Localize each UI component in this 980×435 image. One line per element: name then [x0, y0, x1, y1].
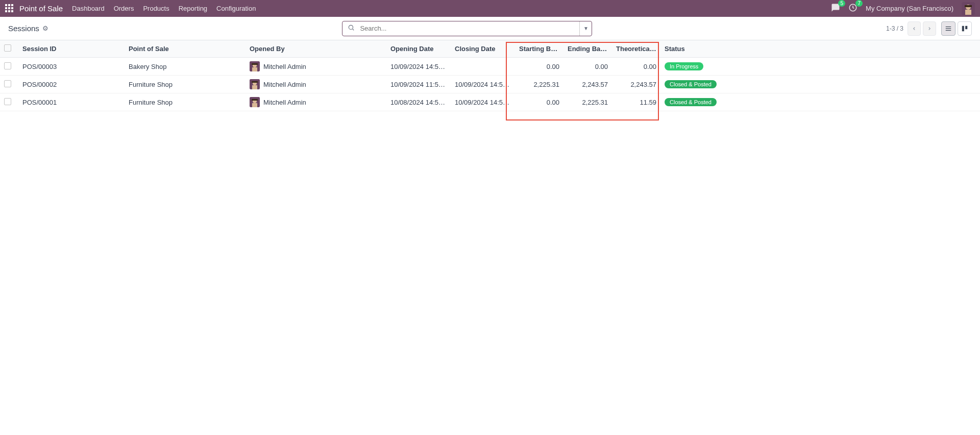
table-header-row: Session ID Point of Sale Opened By Openi… — [0, 40, 980, 58]
user-avatar-icon — [250, 79, 260, 89]
svg-rect-14 — [252, 63, 258, 65]
svg-rect-7 — [946, 28, 951, 29]
user-avatar-icon — [250, 97, 260, 107]
company-switcher[interactable]: My Company (San Francisco) — [866, 5, 953, 12]
cell-opening-date: 10/09/2024 11:52:29 — [386, 76, 451, 93]
col-pos[interactable]: Point of Sale — [125, 40, 246, 58]
cell-opening-date: 10/09/2024 14:53:21 — [386, 58, 451, 76]
cell-start-balance: 0.00 — [515, 93, 564, 111]
svg-rect-8 — [946, 30, 951, 30]
search-icon — [342, 24, 360, 33]
status-badge: In Progress — [665, 62, 703, 70]
status-badge: Closed & Posted — [665, 98, 717, 106]
cell-theoretical: 11.59 — [612, 93, 660, 111]
footer-start-bal: — — [515, 111, 564, 127]
table-row[interactable]: POS/00003Bakery ShopMitchell Admin10/09/… — [0, 58, 980, 76]
nav-configuration[interactable]: Configuration — [216, 5, 256, 12]
search-dropdown[interactable]: ▼ — [579, 21, 592, 36]
col-end-balance[interactable]: Ending Balance — [564, 40, 612, 58]
col-opening-date[interactable]: Opening Date — [386, 40, 451, 58]
cell-closing-date: 10/09/2024 14:52:26 — [451, 93, 515, 111]
breadcrumb-title: Sessions — [8, 24, 39, 33]
svg-rect-21 — [252, 103, 257, 107]
col-closing-date[interactable]: Closing Date — [451, 40, 515, 58]
cell-status: Closed & Posted — [660, 93, 980, 111]
activities-badge: 7 — [855, 0, 863, 7]
svg-rect-17 — [252, 85, 257, 89]
cell-opened-by: Mitchell Admin — [246, 93, 386, 111]
col-status[interactable]: Status — [660, 40, 980, 58]
svg-rect-18 — [252, 81, 258, 83]
col-session-id[interactable]: Session ID — [18, 40, 125, 58]
view-list-button[interactable] — [941, 21, 955, 36]
nav-orders[interactable]: Orders — [114, 5, 134, 12]
gear-icon[interactable]: ⚙ — [42, 25, 48, 32]
pager-prev[interactable] — [908, 21, 921, 36]
cell-end-balance: 2,225.31 — [564, 93, 612, 111]
pager-next[interactable] — [923, 21, 936, 36]
cell-pos: Bakery Shop — [125, 58, 246, 76]
svg-rect-9 — [962, 26, 964, 31]
table-row[interactable]: POS/00001Furniture ShopMitchell Admin10/… — [0, 93, 980, 111]
activities-icon[interactable]: 7 — [848, 3, 857, 14]
cell-status: In Progress — [660, 58, 980, 76]
breadcrumb: Sessions ⚙ — [8, 24, 48, 33]
col-opened-by[interactable]: Opened By — [246, 40, 386, 58]
col-start-balance[interactable]: Starting Bala… — [515, 40, 564, 58]
control-panel: Sessions ⚙ ▼ 1-3 / 3 — [0, 17, 980, 40]
cell-session-id: POS/00001 — [18, 93, 125, 111]
pager-buttons — [908, 21, 936, 36]
cell-pos: Furniture Shop — [125, 93, 246, 111]
nav-products[interactable]: Products — [143, 5, 169, 12]
footer-theo: — — [612, 111, 660, 127]
nav-links: Dashboard Orders Products Reporting Conf… — [72, 5, 256, 12]
row-checkbox[interactable] — [4, 98, 11, 105]
cell-end-balance: 0.00 — [564, 58, 612, 76]
user-avatar-icon — [250, 61, 260, 71]
cell-end-balance: 2,243.57 — [564, 76, 612, 93]
svg-rect-13 — [252, 67, 257, 71]
nav-right: 5 7 My Company (San Francisco) — [831, 2, 975, 15]
user-avatar[interactable] — [962, 2, 975, 15]
table-footer-row: — — — — [0, 111, 980, 127]
footer-end-bal: — — [564, 111, 612, 127]
svg-rect-4 — [965, 5, 972, 7]
status-badge: Closed & Posted — [665, 80, 717, 88]
pager-text[interactable]: 1-3 / 3 — [886, 25, 903, 32]
cell-session-id: POS/00002 — [18, 76, 125, 93]
cell-opening-date: 10/08/2024 14:52:26 — [386, 93, 451, 111]
cell-start-balance: 2,225.31 — [515, 76, 564, 93]
svg-rect-10 — [965, 26, 967, 29]
search-box[interactable]: ▼ — [342, 21, 592, 36]
view-kanban-button[interactable] — [958, 21, 972, 36]
cell-status: Closed & Posted — [660, 76, 980, 93]
top-navbar: Point of Sale Dashboard Orders Products … — [0, 0, 980, 17]
nav-reporting[interactable]: Reporting — [179, 5, 207, 12]
search-input[interactable] — [360, 25, 579, 32]
cell-closing-date: 10/09/2024 14:52:29 — [451, 76, 515, 93]
svg-point-5 — [349, 25, 353, 29]
svg-rect-22 — [252, 99, 258, 101]
select-all-checkbox[interactable] — [4, 44, 11, 52]
cell-pos: Furniture Shop — [125, 76, 246, 93]
table-row[interactable]: POS/00002Furniture ShopMitchell Admin10/… — [0, 76, 980, 93]
app-title[interactable]: Point of Sale — [19, 4, 63, 13]
apps-icon[interactable] — [5, 4, 14, 13]
cell-session-id: POS/00003 — [18, 58, 125, 76]
nav-dashboard[interactable]: Dashboard — [72, 5, 105, 12]
svg-rect-6 — [946, 26, 951, 27]
cell-start-balance: 0.00 — [515, 58, 564, 76]
messaging-icon[interactable]: 5 — [831, 3, 840, 14]
cell-closing-date — [451, 58, 515, 76]
cell-opened-by: Mitchell Admin — [246, 58, 386, 76]
row-checkbox[interactable] — [4, 62, 11, 69]
cell-theoretical: 2,243.57 — [612, 76, 660, 93]
cell-opened-by: Mitchell Admin — [246, 76, 386, 93]
col-theoretical[interactable]: Theoretical Cl… — [612, 40, 660, 58]
messaging-badge: 5 — [838, 0, 845, 7]
view-switcher — [941, 21, 972, 36]
row-checkbox[interactable] — [4, 80, 11, 87]
cell-theoretical: 0.00 — [612, 58, 660, 76]
svg-rect-3 — [965, 10, 971, 15]
sessions-table: Session ID Point of Sale Opened By Openi… — [0, 40, 980, 127]
